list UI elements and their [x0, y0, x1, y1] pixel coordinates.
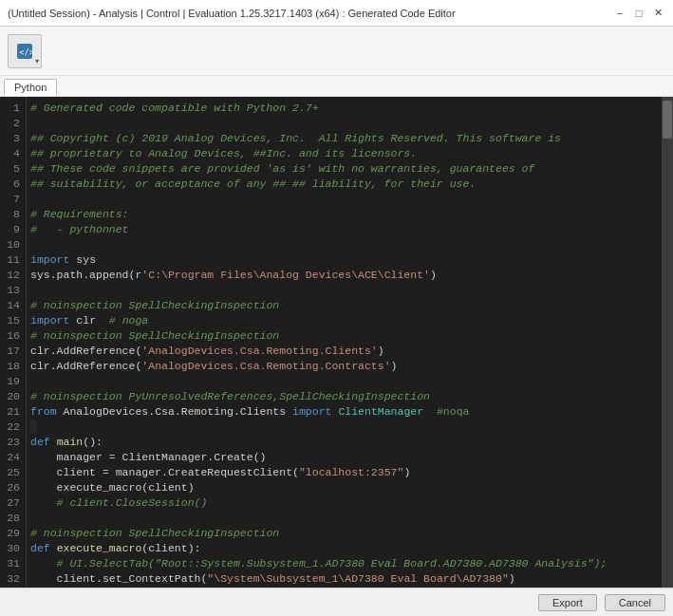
editor-container: 12345 678910 1112131415 1617181920 21222…	[0, 97, 673, 588]
bottom-bar: Export Cancel	[0, 588, 673, 616]
python-icon: </>	[15, 42, 34, 61]
tab-bar: Python	[0, 76, 673, 97]
dropdown-arrow-icon: ▾	[35, 57, 39, 65]
maximize-button[interactable]: □	[631, 6, 646, 21]
svg-text:</>: </>	[19, 47, 34, 57]
close-button[interactable]: ✕	[650, 6, 665, 21]
toolbar: </> ▾	[0, 27, 673, 76]
cancel-button[interactable]: Cancel	[605, 594, 665, 611]
title-bar-controls[interactable]: − □ ✕	[612, 6, 665, 21]
title-bar-text: (Untitled Session) - Analysis | Control …	[8, 8, 612, 19]
tab-python[interactable]: Python	[4, 79, 57, 96]
minimize-button[interactable]: −	[612, 6, 627, 21]
python-script-button[interactable]: </> ▾	[8, 34, 42, 68]
title-bar: (Untitled Session) - Analysis | Control …	[0, 0, 673, 27]
code-editor[interactable]: # Generated code compatible with Python …	[27, 97, 662, 588]
line-numbers: 12345 678910 1112131415 1617181920 21222…	[0, 97, 27, 588]
export-button[interactable]: Export	[538, 594, 597, 611]
scrollbar-thumb[interactable]	[663, 101, 672, 139]
vertical-scrollbar[interactable]	[662, 97, 673, 588]
